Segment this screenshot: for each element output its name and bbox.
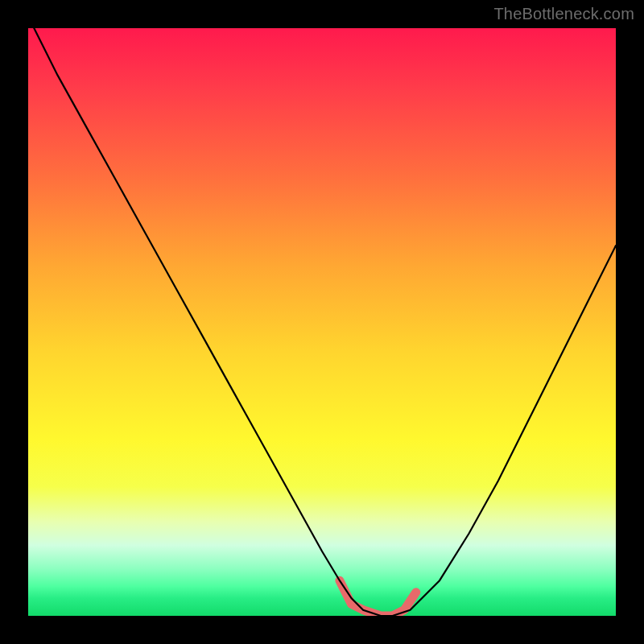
curve-layer [28, 28, 616, 616]
chart-frame: TheBottleneck.com [0, 0, 644, 644]
bottleneck-curve [34, 28, 616, 616]
watermark-text: TheBottleneck.com [493, 5, 634, 23]
plot-area [28, 28, 616, 616]
